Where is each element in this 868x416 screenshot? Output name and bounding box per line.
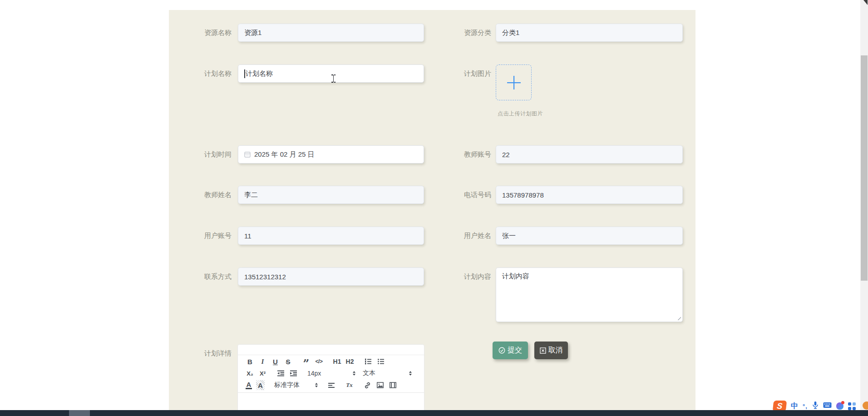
plan-image-label: 计划图片: [440, 64, 491, 83]
toolbar-underline-button[interactable]: U: [271, 357, 280, 366]
plan-content-textarea[interactable]: 计划内容: [496, 267, 683, 322]
user-name-input[interactable]: 张一: [496, 227, 683, 245]
toolbar-indent-button[interactable]: [289, 368, 298, 378]
toolbar-italic-button[interactable]: I: [258, 357, 267, 366]
toolbar-bold-button[interactable]: B: [246, 357, 254, 366]
user-account-value: 11: [244, 232, 252, 240]
plan-detail-label: 计划详情: [181, 344, 232, 362]
picker-arrows-icon: [315, 383, 318, 387]
toolbar-link-button[interactable]: [363, 380, 372, 390]
toolbar-clean-format-button[interactable]: Tx: [345, 380, 354, 390]
font-size-picker[interactable]: 14px: [307, 370, 355, 377]
ime-toolbox-icon[interactable]: [848, 402, 856, 410]
toolbar-subscript-button[interactable]: X₂: [246, 368, 254, 378]
toolbar-text-color-button[interactable]: A: [246, 381, 252, 389]
microphone-icon[interactable]: [812, 401, 819, 411]
keyboard-icon[interactable]: [823, 402, 832, 410]
upload-hint-text: 点击上传计划图片: [498, 110, 543, 118]
font-size-picker-value: 14px: [307, 370, 321, 377]
calendar-icon: [244, 151, 251, 158]
toolbar-outdent-button[interactable]: [276, 368, 285, 378]
toolbar-header1-button[interactable]: H1: [333, 357, 341, 366]
submit-button[interactable]: 提交: [493, 342, 528, 359]
scrollbar-corner-mark: [863, 0, 868, 5]
toolbar-row-2: X₂ X²: [246, 367, 421, 379]
teacher-name-value: 李二: [244, 191, 258, 199]
cancel-label: 取消: [548, 346, 563, 355]
resource-category-input[interactable]: 分类1: [496, 24, 683, 42]
font-family-picker[interactable]: 标准字体: [274, 381, 318, 389]
contact-input[interactable]: 13512312312: [238, 267, 424, 286]
editor-top-strip[interactable]: [238, 345, 424, 355]
user-account-label: 用户账号: [181, 227, 232, 245]
tray-overflow-icon[interactable]: [863, 401, 868, 410]
link-icon: [364, 382, 371, 389]
align-icon: [328, 382, 335, 388]
teacher-account-value: 22: [502, 151, 510, 158]
vertical-scrollbar-track[interactable]: [860, 0, 868, 416]
plan-image-upload-box[interactable]: [496, 64, 532, 100]
image-icon: [377, 382, 384, 388]
user-name-value: 张一: [502, 232, 516, 240]
video-icon: [390, 382, 396, 388]
mouse-text-cursor: [331, 74, 335, 83]
font-family-picker-value: 标准字体: [274, 381, 300, 389]
page: 资源名称 资源1 资源分类 分类1 计划名称 计划名称 计划图片 点击上传计划图…: [0, 0, 868, 416]
editor-toolbar: B I U S ” </> H1 H2: [238, 355, 424, 393]
header-picker-value: 文本: [363, 369, 375, 377]
toolbar-highlight-color-button[interactable]: A: [256, 380, 265, 390]
plan-time-value: 2025 年 02 月 25 日: [254, 150, 315, 159]
user-account-input[interactable]: 11: [238, 227, 424, 245]
toolbar-strike-button[interactable]: S: [284, 357, 292, 366]
plan-time-input[interactable]: 2025 年 02 月 25 日: [238, 145, 424, 163]
contact-value: 13512312312: [244, 273, 286, 281]
text-caret: [244, 69, 245, 78]
bottom-bar: [0, 410, 868, 416]
toolbar-ordered-list-button[interactable]: [364, 357, 372, 366]
submit-label: 提交: [508, 346, 522, 355]
teacher-account-input[interactable]: 22: [496, 145, 683, 163]
bottom-bar-segment: [69, 410, 90, 416]
plan-content-value: 计划内容: [502, 272, 529, 281]
toolbar-blockquote-button[interactable]: ”: [302, 357, 311, 366]
plan-name-input[interactable]: 计划名称: [238, 64, 424, 83]
toolbar-superscript-button[interactable]: X²: [258, 368, 267, 378]
plan-time-label: 计划时间: [181, 145, 232, 163]
toolbar-header2-button[interactable]: H2: [345, 357, 354, 366]
resource-name-value: 资源1: [244, 29, 261, 37]
resource-category-value: 分类1: [502, 29, 519, 37]
ime-skin-icon[interactable]: [836, 402, 843, 410]
plus-icon: [506, 74, 522, 91]
toolbar-image-button[interactable]: [376, 380, 385, 390]
toolbar-row-1: B I U S ” </> H1 H2: [246, 356, 421, 367]
toolbar-align-button[interactable]: [327, 380, 335, 390]
cancel-button[interactable]: 取消: [534, 342, 568, 359]
close-box-icon: [540, 347, 546, 354]
plan-name-value: 计划名称: [246, 69, 273, 78]
phone-number-input[interactable]: 13578978978: [496, 186, 683, 204]
plan-name-label: 计划名称: [181, 64, 232, 83]
teacher-name-label: 教师姓名: [181, 186, 232, 204]
teacher-name-input[interactable]: 李二: [238, 186, 424, 204]
picker-arrows-icon: [409, 371, 412, 376]
check-circle-icon: [498, 347, 505, 354]
toolbar-video-button[interactable]: [389, 380, 397, 390]
header-picker[interactable]: 文本: [363, 369, 412, 377]
resource-name-input[interactable]: 资源1: [238, 24, 424, 42]
toolbar-row-3: A A 标准字体 Tx: [246, 379, 421, 391]
ime-chinese-mode-icon[interactable]: 中: [791, 401, 798, 411]
indent-icon: [290, 370, 297, 376]
toolbar-bullet-list-button[interactable]: [376, 357, 385, 366]
bullet-list-icon: [378, 358, 384, 365]
teacher-account-label: 教师账号: [440, 145, 491, 163]
resource-name-label: 资源名称: [181, 24, 232, 42]
plan-content-label: 计划内容: [440, 267, 491, 286]
ordered-list-icon: [365, 358, 371, 365]
picker-arrows-icon: [353, 371, 355, 376]
rich-text-editor: B I U S ” </> H1 H2: [237, 344, 424, 416]
vertical-scrollbar-thumb[interactable]: [861, 55, 868, 281]
ime-punctuation-icon[interactable]: °,: [803, 403, 808, 410]
phone-number-value: 13578978978: [502, 191, 544, 199]
toolbar-code-block-button[interactable]: </>: [315, 357, 323, 366]
contact-label: 联系方式: [181, 267, 232, 286]
